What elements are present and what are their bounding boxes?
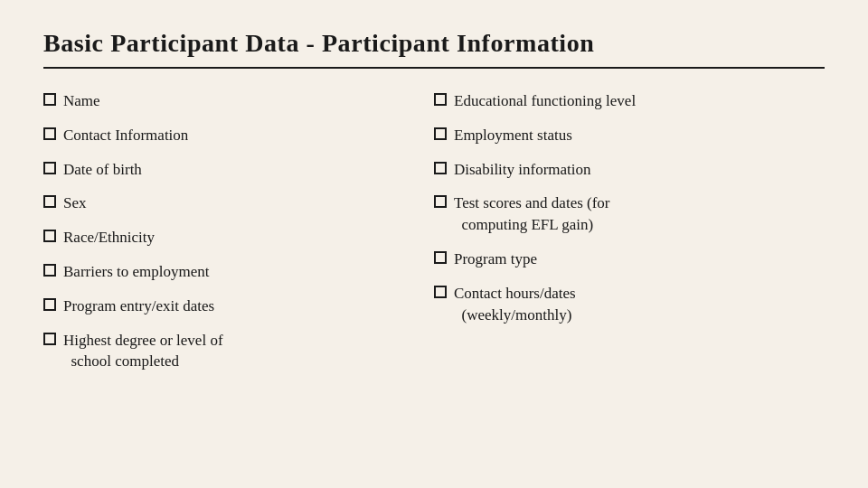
bullet-name <box>43 93 56 106</box>
bullet-contact <box>43 127 56 140</box>
bullet-race <box>43 230 56 242</box>
slide-title: Basic Participant Data - Participant Inf… <box>43 29 825 58</box>
item-disability-text: Disability information <box>454 159 825 181</box>
bullet-highest-degree <box>43 333 56 345</box>
item-dob-text: Date of birth <box>63 159 434 181</box>
content-area: Name Contact Information Date of birth S… <box>43 90 825 385</box>
item-race: Race/Ethnicity <box>43 227 434 249</box>
item-employment: Employment status <box>434 125 825 146</box>
item-test-scores-text: Test scores and dates (for computing EFL… <box>454 192 825 236</box>
bullet-sex <box>43 195 56 208</box>
item-highest-degree: Highest degree or level of school comple… <box>43 330 434 373</box>
bullet-barriers <box>43 264 56 277</box>
bullet-employment <box>434 127 447 140</box>
item-program-type: Program type <box>434 249 825 270</box>
bullet-dob <box>43 162 56 174</box>
title-divider <box>43 67 825 69</box>
bullet-efl <box>434 93 447 106</box>
bullet-program-type <box>434 251 447 264</box>
item-name-text: Name <box>63 90 434 112</box>
item-name: Name <box>43 90 434 112</box>
item-race-text: Race/Ethnicity <box>63 227 434 249</box>
bullet-disability <box>434 162 447 174</box>
item-contact-hours-text: Contact hours/dates (weekly/monthly) <box>454 283 825 326</box>
item-program-type-text: Program type <box>454 249 825 270</box>
item-contact: Contact Information <box>43 125 434 146</box>
item-highest-degree-text: Highest degree or level of school comple… <box>63 330 434 373</box>
right-column: Educational functioning level Employment… <box>434 90 825 385</box>
item-disability: Disability information <box>434 159 825 181</box>
slide: Basic Participant Data - Participant Inf… <box>0 0 868 488</box>
item-barriers-text: Barriers to employment <box>63 261 434 283</box>
item-program-entry-text: Program entry/exit dates <box>63 296 434 317</box>
item-contact-hours: Contact hours/dates (weekly/monthly) <box>434 283 825 326</box>
item-program-entry: Program entry/exit dates <box>43 296 434 317</box>
bullet-program-entry <box>43 298 56 311</box>
item-efl-text: Educational functioning level <box>454 90 825 112</box>
item-sex: Sex <box>43 192 434 214</box>
item-test-scores: Test scores and dates (for computing EFL… <box>434 192 825 236</box>
item-contact-text: Contact Information <box>63 125 434 146</box>
bullet-test-scores <box>434 195 447 208</box>
item-efl: Educational functioning level <box>434 90 825 112</box>
item-employment-text: Employment status <box>454 125 825 146</box>
item-barriers: Barriers to employment <box>43 261 434 283</box>
item-dob: Date of birth <box>43 159 434 181</box>
bullet-contact-hours <box>434 286 447 298</box>
item-sex-text: Sex <box>63 192 434 214</box>
left-column: Name Contact Information Date of birth S… <box>43 90 434 385</box>
